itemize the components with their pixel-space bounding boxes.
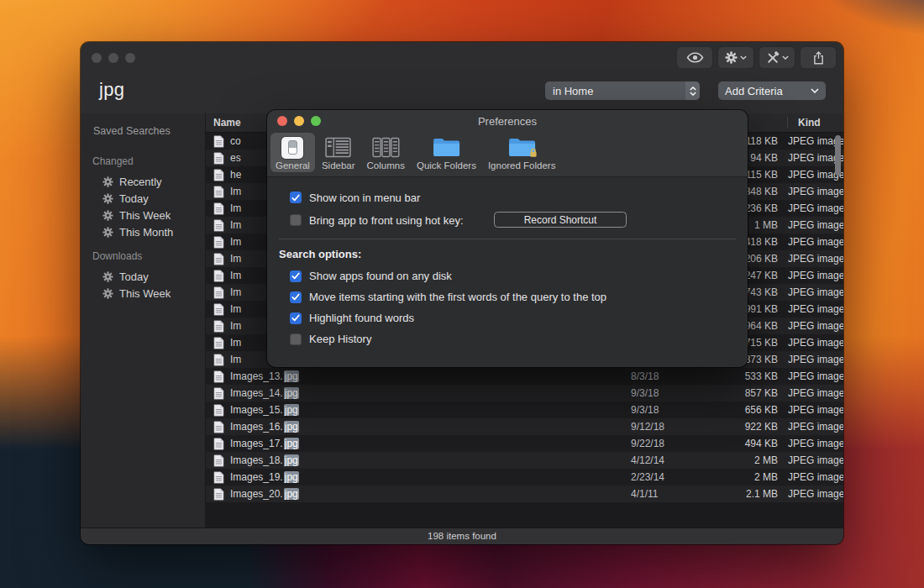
- checkbox-highlight-found-words[interactable]: [290, 312, 302, 324]
- sidebar-item-changed-recently[interactable]: Recently: [81, 173, 205, 190]
- file-name-cell: Images_14.jpg: [206, 387, 631, 400]
- file-row[interactable]: Images_17.jpg9/22/18494 KBJPEG image: [206, 435, 843, 452]
- folder-icon: [433, 137, 460, 158]
- document-icon: [213, 454, 224, 467]
- tab-label: Quick Folders: [417, 160, 476, 171]
- tab-label: General: [276, 160, 310, 171]
- tab-ignored-folders[interactable]: Ignored Folders: [483, 133, 561, 172]
- record-shortcut-button[interactable]: Record Shortcut: [494, 212, 627, 228]
- checkbox-show-apps-found-on-any-disk[interactable]: [290, 270, 302, 282]
- tab-quick-folders[interactable]: Quick Folders: [412, 133, 481, 172]
- chevron-down-icon: [740, 55, 747, 60]
- file-name: Images_18.: [230, 454, 283, 466]
- file-kind: JPEG image: [788, 488, 843, 500]
- option-label: Highlight found words: [309, 312, 414, 324]
- tab-sidebar[interactable]: Sidebar: [317, 133, 360, 172]
- checkbox-bring-app-to-front-using-hot-key[interactable]: [290, 214, 302, 226]
- file-date: 4/12/14: [631, 454, 700, 466]
- file-date: 9/22/18: [631, 438, 700, 449]
- document-icon: [213, 169, 224, 181]
- found-word-highlight: jpg: [284, 387, 299, 399]
- sidebar: Saved Searches Changed Recently Today Th…: [81, 113, 206, 528]
- share-icon: [813, 51, 824, 65]
- file-size: 2 MB: [700, 454, 778, 466]
- file-kind: JPEG image: [788, 354, 843, 365]
- scrollbar-thumb[interactable]: [835, 135, 841, 176]
- desktop: jpg in Home Add Criteria Saved Searches …: [0, 0, 924, 588]
- minimize-button[interactable]: [108, 53, 118, 63]
- found-word-highlight: jpg: [284, 404, 299, 416]
- document-icon: [213, 286, 224, 299]
- file-name-cell: Images_17.jpg: [206, 438, 631, 450]
- share-button[interactable]: [800, 46, 837, 69]
- file-row[interactable]: Images_16.jpg9/12/18922 KBJPEG image: [206, 418, 843, 435]
- scope-popup[interactable]: in Home: [545, 81, 700, 100]
- checkbox-keep-history[interactable]: [290, 333, 302, 345]
- document-icon: [213, 387, 224, 400]
- file-size: 857 KB: [700, 387, 778, 399]
- file-name: Im: [230, 270, 241, 281]
- found-word-highlight: jpg: [284, 454, 299, 466]
- sidebar-item-label: Recently: [119, 176, 162, 188]
- add-criteria-dropdown[interactable]: Add Criteria: [718, 81, 826, 100]
- tab-general[interactable]: General: [270, 133, 315, 172]
- search-query-field[interactable]: jpg: [99, 79, 124, 101]
- file-kind: JPEG image: [788, 438, 843, 449]
- file-kind: JPEG image: [788, 219, 843, 231]
- file-row[interactable]: Images_18.jpg4/12/142 MBJPEG image: [206, 452, 843, 469]
- dialog-close-button[interactable]: [277, 116, 287, 126]
- eye-button[interactable]: [676, 46, 713, 69]
- file-row[interactable]: Images_19.jpg2/23/142 MBJPEG image: [206, 469, 843, 486]
- window-titlebar[interactable]: [81, 42, 843, 72]
- separator: [279, 239, 736, 239]
- document-icon: [213, 471, 224, 484]
- document-icon: [213, 236, 224, 249]
- option-keep-history: Keep History: [290, 332, 736, 346]
- dialog-minimize-button[interactable]: [294, 116, 304, 126]
- gear-icon: [725, 51, 738, 64]
- status-bar: 198 items found: [81, 528, 843, 544]
- zoom-button[interactable]: [125, 53, 135, 63]
- tab-label: Ignored Folders: [488, 160, 556, 171]
- file-size: 494 KB: [700, 438, 778, 449]
- sidebar-item-downloads-today[interactable]: Today: [81, 268, 205, 285]
- sidebar-item-downloads-this-week[interactable]: This Week: [81, 285, 205, 302]
- found-word-highlight: jpg: [284, 488, 299, 500]
- document-icon: [213, 186, 224, 198]
- file-name: he: [230, 169, 241, 181]
- file-row[interactable]: Images_15.jpg9/3/18656 KBJPEG image: [206, 402, 843, 418]
- sidebar-item-changed-today[interactable]: Today: [81, 190, 205, 207]
- file-name: Im: [230, 303, 241, 315]
- file-row[interactable]: Images_14.jpg9/3/18857 KBJPEG image: [206, 385, 843, 402]
- file-kind: JPEG image: [788, 303, 843, 315]
- file-name: Images_20.: [230, 488, 283, 500]
- file-name: Images_16.: [230, 421, 283, 433]
- chevron-down-icon: [782, 55, 789, 60]
- gear-button[interactable]: [717, 46, 754, 69]
- chevron-down-icon: [811, 88, 819, 93]
- dialog-window-controls: [277, 116, 321, 126]
- file-row[interactable]: Images_20.jpg4/1/112.1 MBJPEG image: [206, 486, 843, 502]
- scope-popup-value: in Home: [553, 85, 593, 97]
- dialog-zoom-button[interactable]: [311, 116, 321, 126]
- checkbox-move-items-starting-with-the-first-words-of-the-query-to-the-top[interactable]: [290, 291, 302, 303]
- file-size: 533 KB: [700, 370, 778, 382]
- file-kind: JPEG image: [788, 286, 843, 298]
- sidebar-item-changed-this-month[interactable]: This Month: [81, 223, 205, 240]
- tools-button[interactable]: [759, 46, 795, 69]
- column-header-kind[interactable]: Kind: [787, 117, 843, 129]
- file-name-cell: Images_18.jpg: [206, 454, 631, 467]
- file-row[interactable]: Images_13.jpg8/3/18533 KBJPEG image: [206, 368, 843, 385]
- file-name: co: [230, 135, 241, 147]
- file-kind: JPEG image: [788, 471, 843, 483]
- close-button[interactable]: [92, 53, 102, 63]
- add-criteria-label: Add Criteria: [725, 85, 783, 97]
- tab-columns[interactable]: Columns: [362, 133, 410, 172]
- preferences-titlebar[interactable]: Preferences: [267, 110, 748, 131]
- document-icon: [213, 270, 224, 282]
- checkbox-show-icon-in-menu-bar[interactable]: [290, 192, 302, 203]
- sidebar-icon: [325, 137, 351, 158]
- sidebar-item-changed-this-week[interactable]: This Week: [81, 207, 205, 223]
- dialog-title: Preferences: [267, 110, 748, 133]
- saved-searches-title: Saved Searches: [81, 123, 205, 145]
